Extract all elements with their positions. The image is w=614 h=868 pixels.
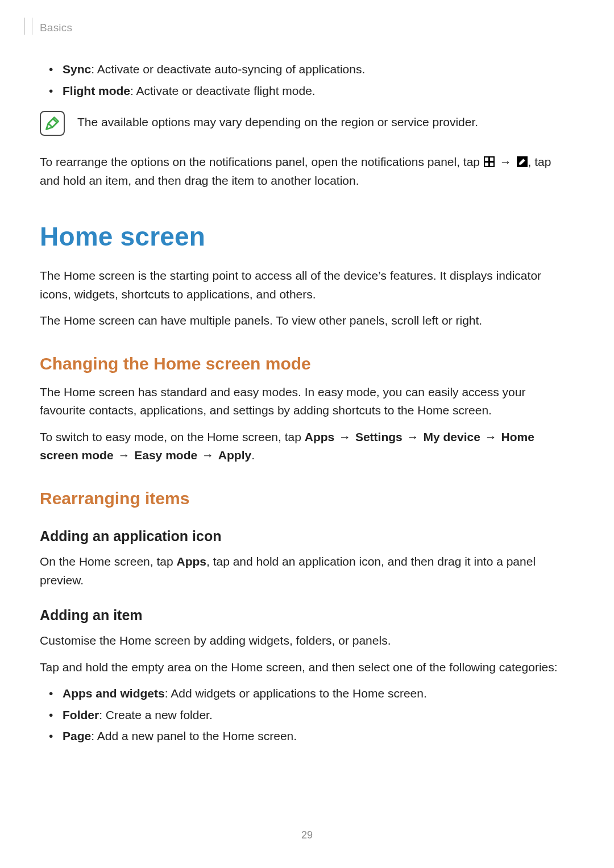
adding-item-bullet-list: Apps and widgets: Add widgets or applica… [40,684,574,745]
body-text: The Home screen has standard and easy mo… [40,383,574,420]
bullet-label: Folder [63,708,99,721]
sub-heading: Adding an item [40,605,574,626]
svg-rect-3 [485,163,488,166]
bullet-label: Page [63,729,91,742]
sub-heading: Adding an application icon [40,526,574,547]
section-heading: Changing the Home screen mode [40,351,574,376]
arrow-glyph: → [339,428,351,447]
content-area: Sync: Activate or deactivate auto-syncin… [40,57,574,752]
body-text-path: To switch to easy mode, on the Home scre… [40,428,574,465]
text-fragment: On the Home screen, tap [40,555,176,568]
path-step: Apps [305,430,335,443]
bullet-label: Sync [63,63,91,76]
body-text: Customise the Home screen by adding widg… [40,632,574,650]
page: Basics Sync: Activate or deactivate auto… [0,0,614,868]
body-text: Tap and hold the empty area on the Home … [40,658,574,677]
path-step: Settings [355,430,403,443]
text-fragment: . [251,448,255,462]
svg-rect-4 [490,163,493,166]
bullet-desc: : Activate or deactivate flight mode. [130,84,316,97]
svg-rect-2 [490,157,493,161]
note-pencil-icon [40,111,65,136]
edit-icon [516,155,528,167]
list-item: Sync: Activate or deactivate auto-syncin… [40,60,574,78]
list-item: Apps and widgets: Add widgets or applica… [40,684,574,703]
list-item: Flight mode: Activate or deactivate flig… [40,82,574,100]
list-item: Folder: Create a new folder. [40,706,574,724]
page-number: 29 [0,828,614,843]
bullet-label: Flight mode [63,84,130,97]
text-fragment: To rearrange the options on the notifica… [40,155,483,168]
note-callout: The available options may vary depending… [40,110,574,136]
rearrange-paragraph: To rearrange the options on the notifica… [40,153,574,190]
bullet-desc: : Activate or deactivate auto-syncing of… [91,63,365,76]
page-title: Home screen [40,217,574,256]
arrow-glyph: → [485,428,497,447]
note-text: The available options may vary depending… [77,110,478,131]
inline-bold: Apps [176,555,206,568]
path-step: My device [423,430,480,443]
list-item: Page: Add a new panel to the Home screen… [40,727,574,745]
bullet-desc: : Add widgets or applications to the Hom… [165,687,427,700]
bullet-label: Apps and widgets [63,687,165,700]
header-rule [24,18,32,35]
path-step: Easy mode [134,448,197,462]
bullet-desc: : Add a new panel to the Home screen. [91,729,297,742]
arrow-glyph: → [118,446,130,465]
arrow-glyph: → [500,153,512,172]
path-step: Apply [218,448,251,462]
arrow-glyph: → [202,446,214,465]
grid-icon [483,155,495,167]
body-text: On the Home screen, tap Apps, tap and ho… [40,553,574,589]
arrow-glyph: → [407,428,419,447]
text-fragment: To switch to easy mode, on the Home scre… [40,430,305,443]
section-heading: Rearranging items [40,485,574,511]
bullet-desc: : Create a new folder. [99,708,213,721]
body-text: The Home screen is the starting point to… [40,267,574,304]
top-bullet-list: Sync: Activate or deactivate auto-syncin… [40,60,574,99]
breadcrumb: Basics [40,20,72,36]
svg-rect-1 [485,157,488,161]
body-text: The Home screen can have multiple panels… [40,312,574,330]
